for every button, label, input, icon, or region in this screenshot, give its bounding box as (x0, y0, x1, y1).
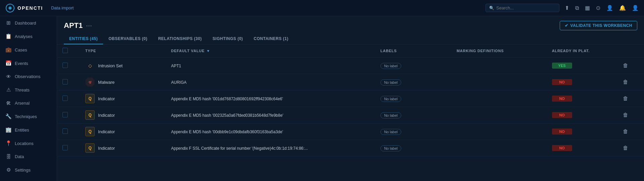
th-checkbox (57, 44, 80, 58)
validate-icon: ✔ (565, 23, 568, 28)
row-type-label: Intrusion Set (98, 63, 123, 68)
row-labels-cell: No label (375, 74, 451, 90)
row-labels-cell: No label (375, 107, 451, 123)
sidebar-item-label: Observations (15, 74, 41, 79)
events-icon: 📅 (5, 60, 11, 66)
row-type-label: Malware (98, 80, 114, 85)
account-icon[interactable]: 👤 (632, 5, 639, 11)
tab-sightings[interactable]: SIGHTINGS (0) (207, 34, 248, 44)
table-row: Q Indicator Appendix E MD5 hash '001dd76… (57, 90, 644, 107)
techniques-icon: 🔧 (5, 113, 11, 119)
sidebar-item-label: Settings (15, 168, 31, 173)
sidebar-item-label: Dashboard (15, 21, 36, 26)
validate-workbench-button[interactable]: ✔ VALIDATE THIS WORKBENCH (560, 21, 637, 30)
sidebar-item-label: Data (15, 154, 24, 159)
sidebar-item-techniques[interactable]: 🔧 Techniques (0, 110, 57, 123)
row-checkbox[interactable] (62, 145, 68, 150)
sidebar-item-arsenal[interactable]: 🛠 Arsenal (0, 97, 57, 110)
upload-icon[interactable]: ⬆ (565, 5, 569, 11)
more-options-button[interactable]: ⋯ (86, 22, 92, 29)
th-default-value[interactable]: DEFAULT VALUE ▾ (166, 44, 375, 58)
already-badge: NO (552, 129, 572, 135)
already-badge: YES (552, 63, 572, 69)
search-box: 🔍 (486, 4, 559, 12)
logo-area: OPENCTI (5, 3, 43, 13)
tabs-bar: ENTITIES (45) OBSERVABLES (0) RELATIONSH… (57, 30, 644, 44)
layers-icon[interactable]: ⧉ (575, 5, 579, 11)
row-type-label: Indicator (98, 129, 115, 134)
already-badge: NO (552, 79, 572, 85)
delete-row-button[interactable]: 🗑 (621, 78, 630, 86)
validate-button-label: VALIDATE THIS WORKBENCH (570, 23, 632, 28)
row-marking-cell (451, 123, 547, 140)
tab-observables[interactable]: OBSERVABLES (0) (103, 34, 153, 44)
row-type-cell: ◇ Intrusion Set (80, 58, 166, 74)
nav-link-data-import[interactable]: Data import (51, 5, 74, 10)
delete-row-button[interactable]: 🗑 (621, 95, 630, 102)
page-title: APT1 (64, 21, 83, 30)
table-row: Q Indicator Appendix E MD5 hash '00dbb9e… (57, 123, 644, 140)
row-default-value-cell: Appendix E MD5 hash '001dd76872d80801692… (166, 90, 375, 107)
delete-row-button[interactable]: 🗑 (621, 128, 630, 135)
sidebar-item-label: Threats (15, 87, 30, 93)
row-checkbox[interactable] (62, 79, 68, 84)
row-checkbox-cell (57, 107, 80, 123)
row-type-label: Indicator (98, 146, 115, 151)
row-marking-cell (451, 90, 547, 107)
row-default-value: Appendix F SSL Certificate for serial nu… (171, 146, 308, 151)
row-checkbox[interactable] (62, 96, 68, 101)
select-all-checkbox[interactable] (62, 48, 68, 53)
sidebar-item-entities[interactable]: 🏢 Entities (0, 123, 57, 137)
row-default-value-cell: Appendix E MD5 hash '002325a0a67fded0381… (166, 107, 375, 123)
row-checkbox[interactable] (62, 129, 68, 134)
sidebar-item-data[interactable]: 🗄 Data (0, 150, 57, 163)
row-labels-cell: No label (375, 90, 451, 107)
row-default-value: Appendix E MD5 hash '002325a0a67fded0381… (171, 113, 283, 118)
tab-relationships[interactable]: RELATIONSHIPS (30) (153, 34, 207, 44)
cases-icon: 💼 (5, 47, 11, 53)
row-marking-cell (451, 74, 547, 90)
threats-icon: ⚠ (5, 87, 11, 93)
row-default-value-cell: Appendix E MD5 hash '00dbb9e1c09dbdafb36… (166, 123, 375, 140)
row-type-cell: Q Indicator (80, 140, 166, 156)
delete-row-button[interactable]: 🗑 (621, 144, 630, 152)
row-checkbox-cell (57, 90, 80, 107)
row-marking-cell (451, 140, 547, 156)
sidebar-item-cases[interactable]: 💼 Cases (0, 43, 57, 57)
row-already-cell: NO (547, 74, 615, 90)
user-circle-icon[interactable]: 👤 (606, 5, 613, 11)
entities-icon: 🏢 (5, 127, 11, 133)
circle-icon[interactable]: ⊙ (596, 5, 600, 11)
row-checkbox[interactable] (62, 63, 68, 68)
row-already-cell: NO (547, 107, 615, 123)
sidebar-item-settings[interactable]: ⚙ Settings (0, 163, 57, 177)
table-row: ◇ Intrusion Set APT1 No label YES 🗑 (57, 58, 644, 74)
delete-row-button[interactable]: 🗑 (621, 62, 630, 69)
row-checkbox[interactable] (62, 112, 68, 117)
sidebar-item-label: Analyses (15, 34, 33, 39)
row-already-cell: NO (547, 123, 615, 140)
tab-entities[interactable]: ENTITIES (45) (64, 34, 103, 44)
delete-row-button[interactable]: 🗑 (621, 111, 630, 119)
row-delete-cell: 🗑 (615, 58, 644, 74)
tab-containers[interactable]: CONTAINERS (1) (248, 34, 294, 44)
arsenal-icon: 🛠 (5, 100, 11, 106)
sidebar-item-observations[interactable]: 👁 Observations (0, 70, 57, 83)
row-marking-cell (451, 58, 547, 74)
row-marking-cell (451, 107, 547, 123)
sidebar-item-events[interactable]: 📅 Events (0, 57, 57, 70)
observations-icon: 👁 (5, 74, 11, 79)
sidebar-item-dashboard[interactable]: ⊞ Dashboard (0, 16, 57, 30)
sidebar-item-locations[interactable]: 📍 Locations (0, 137, 57, 150)
grid-icon[interactable]: ▦ (585, 5, 590, 11)
search-icon: 🔍 (489, 6, 494, 10)
sidebar-item-threats[interactable]: ⚠ Threats (0, 83, 57, 97)
row-default-value: Appendix E MD5 hash '001dd76872d80801692… (171, 97, 283, 101)
sidebar-item-analyses[interactable]: 📋 Analyses (0, 30, 57, 43)
row-type-cell: Q Indicator (80, 107, 166, 123)
no-label-badge: No label (380, 112, 401, 118)
page-header: APT1 ⋯ ✔ VALIDATE THIS WORKBENCH (57, 16, 644, 30)
search-input[interactable] (496, 5, 556, 10)
bell-icon[interactable]: 🔔 (619, 5, 626, 11)
no-label-badge: No label (380, 96, 401, 102)
